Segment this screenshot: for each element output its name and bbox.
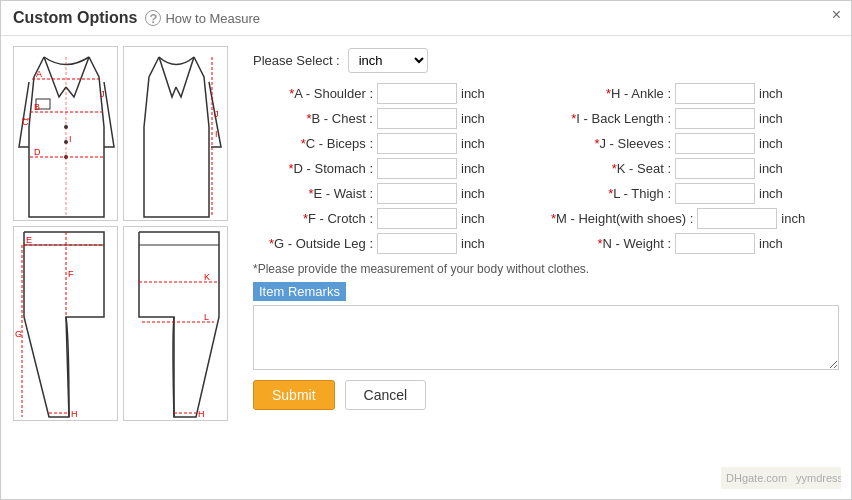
svg-text:E: E <box>26 235 32 245</box>
field-row-A: *A - Shoulder : inch <box>253 83 541 104</box>
field-row-F: *F - Crotch : inch <box>253 208 541 229</box>
field-row-L: *L - Thigh : inch <box>551 183 839 204</box>
field-row-C: *C - Biceps : inch <box>253 133 541 154</box>
field-input-F[interactable] <box>377 208 457 229</box>
field-label-H: *H - Ankle : <box>551 86 671 101</box>
help-icon[interactable]: ? <box>145 10 161 26</box>
field-input-B[interactable] <box>377 108 457 129</box>
fields-grid: *A - Shoulder : inch *H - Ankle : inch *… <box>253 83 839 254</box>
field-unit-L: inch <box>759 186 783 201</box>
field-row-J: *J - Sleeves : inch <box>551 133 839 154</box>
svg-text:H: H <box>71 409 78 419</box>
field-input-I[interactable] <box>675 108 755 129</box>
field-input-M[interactable] <box>697 208 777 229</box>
svg-text:I: I <box>215 129 218 139</box>
field-label-A: *A - Shoulder : <box>253 86 373 101</box>
field-label-B: *B - Chest : <box>253 111 373 126</box>
jacket-side-diagram: J I <box>123 46 228 221</box>
field-row-K: *K - Seat : inch <box>551 158 839 179</box>
field-input-K[interactable] <box>675 158 755 179</box>
field-input-J[interactable] <box>675 133 755 154</box>
field-unit-B: inch <box>461 111 485 126</box>
field-unit-F: inch <box>461 211 485 226</box>
field-row-N: *N - Weight : inch <box>551 233 839 254</box>
remarks-label: Item Remarks <box>253 282 346 301</box>
remarks-textarea[interactable] <box>253 305 839 370</box>
modal-header: Custom Options ? How to Measure × <box>1 1 851 36</box>
svg-text:F: F <box>68 269 74 279</box>
form-area: Please Select : inch cm *A - Shoulder : … <box>253 46 839 474</box>
field-unit-M: inch <box>781 211 805 226</box>
field-label-M: *M - Height(with shoes) : <box>551 211 693 226</box>
svg-text:G: G <box>15 329 22 339</box>
svg-text:B: B <box>34 102 40 112</box>
svg-text:yymdress: yymdress <box>796 472 841 484</box>
field-unit-J: inch <box>759 136 783 151</box>
field-row-E: *E - Waist : inch <box>253 183 541 204</box>
remarks-label-container: Item Remarks <box>253 282 839 305</box>
watermark: DHgate.com yymdress <box>721 467 841 491</box>
modal-body: A B C D I J <box>1 36 851 484</box>
field-unit-G: inch <box>461 236 485 251</box>
submit-button[interactable]: Submit <box>253 380 335 410</box>
field-unit-A: inch <box>461 86 485 101</box>
field-input-N[interactable] <box>675 233 755 254</box>
field-row-M: *M - Height(with shoes) : inch <box>551 208 839 229</box>
svg-text:H: H <box>198 409 205 419</box>
field-row-D: *D - Stomach : inch <box>253 158 541 179</box>
svg-text:A: A <box>36 69 42 79</box>
field-label-J: *J - Sleeves : <box>551 136 671 151</box>
field-label-G: *G - Outside Leg : <box>253 236 373 251</box>
field-label-D: *D - Stomach : <box>253 161 373 176</box>
field-input-L[interactable] <box>675 183 755 204</box>
field-unit-H: inch <box>759 86 783 101</box>
field-label-E: *E - Waist : <box>253 186 373 201</box>
field-unit-K: inch <box>759 161 783 176</box>
select-row: Please Select : inch cm <box>253 48 839 73</box>
field-unit-I: inch <box>759 111 783 126</box>
field-label-C: *C - Biceps : <box>253 136 373 151</box>
field-unit-N: inch <box>759 236 783 251</box>
field-label-I: *I - Back Length : <box>551 111 671 126</box>
field-label-F: *F - Crotch : <box>253 211 373 226</box>
svg-text:L: L <box>204 312 209 322</box>
field-label-N: *N - Weight : <box>551 236 671 251</box>
field-row-B: *B - Chest : inch <box>253 108 541 129</box>
jacket-front-diagram: A B C D I J <box>13 46 118 221</box>
how-to-measure-link[interactable]: How to Measure <box>165 11 260 26</box>
modal-container: Custom Options ? How to Measure × <box>0 0 852 500</box>
field-row-H: *H - Ankle : inch <box>551 83 839 104</box>
svg-text:K: K <box>204 272 210 282</box>
cancel-button[interactable]: Cancel <box>345 380 427 410</box>
unit-select[interactable]: inch cm <box>348 48 428 73</box>
field-input-H[interactable] <box>675 83 755 104</box>
svg-text:J: J <box>100 89 105 99</box>
footer-buttons: Submit Cancel <box>253 380 839 410</box>
field-input-G[interactable] <box>377 233 457 254</box>
diagram-area: A B C D I J <box>13 46 243 474</box>
svg-text:I: I <box>69 134 72 144</box>
field-label-K: *K - Seat : <box>551 161 671 176</box>
field-unit-D: inch <box>461 161 485 176</box>
field-input-A[interactable] <box>377 83 457 104</box>
field-input-E[interactable] <box>377 183 457 204</box>
note-text: *Please provide the measurement of your … <box>253 262 839 276</box>
field-unit-E: inch <box>461 186 485 201</box>
pants-left-diagram: E F G H <box>13 226 118 421</box>
page-title: Custom Options <box>13 9 137 27</box>
svg-text:DHgate.com: DHgate.com <box>726 472 787 484</box>
field-input-C[interactable] <box>377 133 457 154</box>
svg-text:C: C <box>22 117 29 127</box>
select-label: Please Select : <box>253 53 340 68</box>
pants-right-diagram: K L H <box>123 226 228 421</box>
field-input-D[interactable] <box>377 158 457 179</box>
svg-text:J: J <box>214 109 219 119</box>
field-row-G: *G - Outside Leg : inch <box>253 233 541 254</box>
field-unit-C: inch <box>461 136 485 151</box>
close-button[interactable]: × <box>832 7 841 23</box>
field-row-I: *I - Back Length : inch <box>551 108 839 129</box>
field-label-L: *L - Thigh : <box>551 186 671 201</box>
svg-text:D: D <box>34 147 41 157</box>
